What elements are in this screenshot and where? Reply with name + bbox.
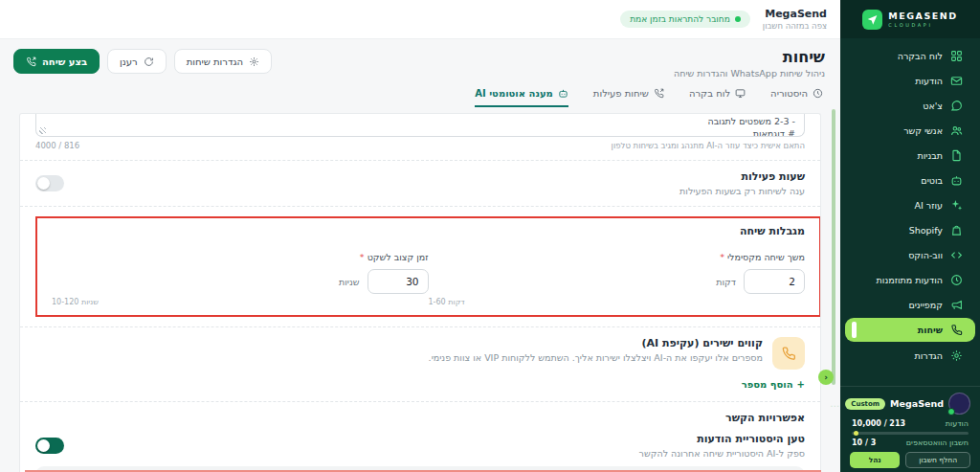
sidebar-item-label: שיחות	[918, 325, 943, 335]
max-duration-input[interactable]	[744, 269, 805, 294]
sidebar: MEGASEND CLOUDAPI לוח הבקרההודעותצ'אטאנש…	[840, 0, 980, 472]
direct-lines-section: קווים ישירים (עקיפת AI) מספרים אלו יעקפו…	[35, 337, 805, 370]
sidebar-account-name: MegaSend	[890, 398, 944, 409]
sidebar-item-label: תבניות	[918, 150, 944, 161]
header-actions: הגדרות שיחות רענן בצע שיחה	[13, 49, 272, 74]
active-hours-title: שעות פעילות	[679, 170, 805, 183]
char-counter: 4000 / 816	[35, 141, 79, 150]
sidebar-item-contacts[interactable]: אנשי קשר	[840, 118, 980, 143]
call-settings-button[interactable]: הגדרות שיחות	[174, 49, 272, 74]
ai-prompt-textarea[interactable]: - 2-3 משפטים לתגובה # דוגמאות	[35, 114, 805, 137]
make-call-button[interactable]: בצע שיחה	[13, 49, 100, 74]
add-number-label: הוסף מספר	[742, 379, 793, 390]
messages-quota-row: הודעות 10,000 / 213	[840, 418, 980, 429]
file-icon	[950, 149, 963, 162]
users-icon	[950, 124, 963, 137]
sidebar-item-shopify[interactable]: Shopify	[840, 217, 980, 242]
sidebar-item-scheduled-messages[interactable]: הודעות מתוזמנות	[840, 267, 980, 292]
max-duration-unit: דקות	[716, 277, 736, 287]
tab-label: מענה אוטומטי AI	[475, 88, 553, 99]
direct-lines-text: קווים ישירים (עקיפת AI) מספרים אלו יעקפו…	[429, 337, 763, 363]
status-dot-icon	[735, 16, 741, 22]
manage-button[interactable]: נהל	[850, 452, 900, 468]
sidebar-item-ai-assistant[interactable]: עוזר AI	[840, 192, 980, 217]
required-asterisk: *	[360, 252, 365, 262]
divider	[20, 160, 820, 161]
add-number-link[interactable]: + הוסף מספר	[742, 379, 805, 390]
sidebar-item-calls[interactable]: שיחות	[845, 318, 975, 342]
text-cursor-bar	[852, 322, 857, 338]
sidebar-item-webhooks[interactable]: ווב-הוקס	[840, 242, 980, 267]
active-hours-toggle[interactable]	[35, 175, 64, 191]
call-limits-title: מגבלות שיחה	[52, 225, 805, 237]
sidebar-item-label: הגדרות	[914, 350, 943, 361]
account-menu-icon[interactable]: …	[830, 398, 840, 409]
sidebar-item-bots[interactable]: בוטים	[840, 168, 980, 192]
direct-phone-icon	[772, 337, 805, 370]
call-limits-fields: משך שיחה מקסימלי * דקות 1-60 דקות זמן קצ…	[52, 246, 805, 306]
account-name: MegaSend	[763, 8, 827, 20]
tab-dashboard[interactable]: לוח בקרה	[689, 88, 746, 107]
phone-outgoing-icon	[26, 56, 36, 67]
scrollbar-thumb[interactable]	[832, 109, 835, 385]
topbar: MegaSend צפה במזהה חשבון מחובר להתראות ב…	[0, 0, 840, 39]
refresh-label: רענן	[120, 56, 138, 67]
max-duration-field: משך שיחה מקסימלי * דקות 1-60 דקות	[429, 246, 806, 306]
load-history-subtitle: ספק ל-AI היסטוריית שיחה אחרונה להקשר	[639, 448, 805, 459]
divider	[20, 326, 820, 327]
load-history-title: טען היסטוריית הודעות	[639, 433, 805, 445]
silence-timeout-field: זמן קצוב לשקט * שניות 10-120 שניות	[52, 246, 429, 306]
tab-active-calls[interactable]: שיחות פעילות	[593, 88, 664, 107]
call-limits-annotation-box: מגבלות שיחה משך שיחה מקסימלי * דקות 1-60…	[35, 216, 821, 317]
account-row[interactable]: MegaSend Custom …	[840, 391, 980, 418]
status-badge-label: מחובר להתראות בזמן אמת	[630, 14, 730, 24]
gear-icon	[950, 349, 963, 362]
toggle-knob	[37, 439, 50, 452]
sidebar-item-label: עוזר AI	[914, 200, 943, 211]
settings-card: - 2-3 משפטים לתגובה # דוגמאות התאם אישית…	[19, 113, 821, 472]
tab-label: היסטוריה	[770, 88, 808, 99]
load-history-section: טען היסטוריית הודעות ספק ל-AI היסטוריית …	[35, 433, 805, 459]
switch-account-button[interactable]: החלף חשבון	[905, 452, 970, 468]
resize-handle[interactable]	[39, 127, 46, 134]
sparkles-icon	[950, 199, 963, 212]
messages-progress-bar	[852, 432, 969, 435]
main-area: MegaSend צפה במזהה חשבון מחובר להתראות ב…	[0, 0, 840, 472]
view-account-id-link[interactable]: צפה במזהה חשבון	[763, 21, 827, 31]
whatsapp-accounts-label: חשבון הוואטסאפים	[906, 438, 969, 447]
load-history-toggle[interactable]	[35, 438, 64, 454]
sidebar-item-campaigns[interactable]: קמפיינים	[840, 292, 980, 317]
chat-icon	[950, 100, 963, 112]
messages-quota-value: 10,000 / 213	[852, 419, 905, 428]
tab-history[interactable]: היסטוריה	[770, 88, 823, 107]
sidebar-item-messages[interactable]: הודעות	[840, 68, 980, 93]
sidebar-item-label: צ'אט	[923, 101, 943, 111]
logo-subtitle: CLOUDAPI	[888, 22, 957, 28]
sidebar-item-templates[interactable]: תבניות	[840, 143, 980, 168]
sidebar-item-label: אנשי קשר	[903, 125, 943, 136]
code-icon	[950, 249, 963, 261]
whatsapp-accounts-row: חשבון הוואטסאפים 10 / 3	[840, 438, 980, 448]
sidebar-item-label: הודעות מתוזמנות	[877, 275, 943, 285]
tab-ai-auto-answer[interactable]: מענה אוטומטי AI	[475, 88, 568, 107]
direct-lines-subtitle: מספרים אלו יעקפו את ה-AI ויצלצלו ישירות …	[429, 352, 763, 363]
prompt-line-1: - 2-3 משפטים לתגובה	[707, 116, 795, 126]
sidebar-item-label: קמפיינים	[908, 300, 943, 310]
custom-plan-badge: Custom	[845, 398, 885, 410]
app-root: { "colors": { "sidebar_bg": "#0d332b", "…	[0, 0, 980, 472]
clock-icon	[813, 88, 823, 99]
refresh-button[interactable]: רענן	[107, 49, 167, 74]
context-options-title: אפשרויות הקשר	[35, 412, 805, 424]
sidebar-item-dashboard[interactable]: לוח הבקרה	[840, 43, 980, 68]
sidebar-item-chat[interactable]: צ'אט	[840, 93, 980, 118]
tab-bar: היסטוריהלוח בקרהשיחות פעילותמענה אוטומטי…	[0, 79, 840, 107]
bot-icon	[950, 174, 963, 187]
whatsapp-accounts-value: 10 / 3	[852, 438, 876, 447]
sidebar-collapse-button[interactable]: ‹	[818, 370, 834, 385]
phone-out-icon	[654, 88, 664, 99]
progress-thumb	[854, 431, 858, 436]
sidebar-item-settings[interactable]: הגדרות	[840, 343, 980, 368]
required-asterisk: *	[720, 252, 724, 262]
silence-timeout-input[interactable]	[368, 269, 429, 294]
plus-icon: +	[797, 379, 805, 390]
